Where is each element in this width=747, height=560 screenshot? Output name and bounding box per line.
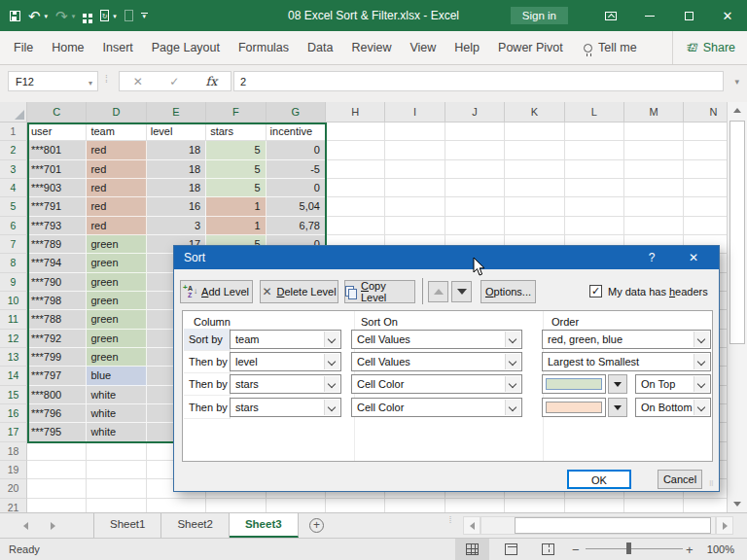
grid-cell[interactable]: white [87, 404, 146, 423]
page-break-view-button[interactable] [531, 539, 565, 560]
row-header-7[interactable]: 7 [0, 235, 27, 254]
zoom-slider-thumb[interactable] [626, 542, 631, 554]
tab-help[interactable]: Help [454, 41, 480, 54]
row-header-12[interactable]: 12 [0, 330, 27, 348]
row-header-18[interactable]: 18 [0, 442, 27, 461]
color-swatch-orange[interactable] [542, 398, 606, 417]
grid-cell[interactable]: ***796 [27, 404, 87, 423]
grid-cell[interactable]: red [87, 197, 146, 216]
grid-cell[interactable]: ***791 [27, 197, 87, 216]
add-level-button[interactable]: +AZ↓ Add Level [180, 280, 253, 303]
grid-cell[interactable]: ***793 [27, 217, 87, 235]
chevron-down-icon[interactable] [694, 376, 709, 392]
grid-cell[interactable]: ***789 [27, 235, 87, 254]
zoom-in-icon[interactable]: + [686, 542, 694, 557]
grid-cell[interactable]: green [87, 348, 146, 367]
grid-cell[interactable]: 1 [206, 197, 266, 216]
sheet-tab-sheet3[interactable]: Sheet3 [230, 513, 299, 538]
column-header-E[interactable]: E [147, 102, 206, 122]
color-swatch-dropdown-icon[interactable] [608, 374, 627, 394]
grid-cell[interactable]: ***800 [27, 386, 87, 404]
grid-cell[interactable]: green [87, 310, 146, 329]
undo-icon[interactable]: ↶ [28, 9, 41, 23]
name-box[interactable]: F12 ▾ [8, 71, 98, 91]
grid-cell[interactable]: incentive [267, 122, 326, 141]
sheet-tab-sheet2[interactable]: Sheet2 [161, 513, 229, 538]
grid-cell[interactable]: team [87, 122, 146, 141]
grid-cell[interactable]: ***798 [27, 292, 87, 310]
tab-insert[interactable]: Insert [103, 41, 133, 54]
name-box-dropdown-icon[interactable]: ▾ [89, 79, 92, 88]
close-button[interactable]: ✕ [708, 0, 747, 31]
row-header-20[interactable]: 20 [0, 479, 27, 498]
row-header-5[interactable]: 5 [0, 197, 27, 216]
minimize-button[interactable] [630, 0, 669, 31]
grid-cell[interactable]: 3 [147, 217, 206, 235]
tab-data[interactable]: Data [307, 41, 333, 54]
scroll-down-icon[interactable] [728, 496, 747, 512]
undo-dropdown-icon[interactable]: ▾ [45, 13, 49, 19]
column-header-N[interactable]: N [684, 102, 727, 122]
grid-cell[interactable]: red [87, 160, 146, 179]
grid-cell[interactable]: green [87, 254, 146, 272]
sort-dialog-titlebar[interactable]: Sort [174, 246, 719, 269]
sort-on-select-4[interactable]: Cell Color [351, 398, 522, 417]
chevron-down-icon[interactable] [505, 400, 520, 415]
row-header-8[interactable]: 8 [0, 254, 27, 272]
row-header-6[interactable]: 6 [0, 217, 27, 235]
grid-cell[interactable]: user [27, 122, 87, 141]
share-button[interactable]: 🖅 Share [672, 31, 735, 64]
row-header-13[interactable]: 13 [0, 348, 27, 367]
select-all-corner[interactable] [0, 102, 27, 122]
enter-entry-icon[interactable]: ✓ [169, 75, 179, 88]
column-header-D[interactable]: D [87, 102, 146, 122]
scroll-left-icon[interactable] [463, 516, 480, 535]
grid-cell[interactable]: ***788 [27, 310, 87, 329]
grid-cell[interactable]: 18 [147, 179, 206, 197]
zoom-out-icon[interactable]: − [572, 542, 580, 557]
chevron-down-icon[interactable] [324, 332, 339, 347]
save-icon[interactable] [10, 11, 20, 21]
tab-power-pivot[interactable]: Power Pivot [498, 41, 563, 54]
row-header-21[interactable]: 21 [0, 499, 27, 512]
grid-cell[interactable]: 5 [206, 179, 266, 197]
color-swatch-dropdown-icon[interactable] [608, 398, 627, 417]
column-header-K[interactable]: K [505, 102, 564, 122]
my-data-has-headers-checkbox[interactable] [589, 285, 602, 298]
grid-cell[interactable]: ***792 [27, 330, 87, 348]
grid-cell[interactable]: green [87, 292, 146, 310]
cancel-button[interactable]: Cancel [658, 470, 702, 489]
grid-cell[interactable]: 5 [206, 141, 266, 159]
ok-button[interactable]: OK [567, 470, 631, 489]
chevron-down-icon[interactable] [694, 332, 709, 347]
expand-formula-bar-icon[interactable]: ▾ [734, 77, 739, 87]
chevron-down-icon[interactable] [505, 354, 520, 369]
row-header-15[interactable]: 15 [0, 386, 27, 404]
row-header-9[interactable]: 9 [0, 273, 27, 292]
tab-file[interactable]: File [14, 41, 33, 54]
color-swatch-green[interactable] [542, 374, 606, 394]
grid-cell[interactable]: -5 [267, 160, 326, 179]
prev-sheet-icon[interactable] [23, 522, 28, 530]
grid-cell[interactable]: 6,78 [267, 217, 326, 235]
grid-cell[interactable]: ***701 [27, 160, 87, 179]
grid-cell[interactable]: red [87, 141, 146, 159]
row-header-2[interactable]: 2 [0, 141, 27, 159]
normal-view-button[interactable] [455, 539, 489, 560]
row-header-19[interactable]: 19 [0, 461, 27, 479]
row-header-17[interactable]: 17 [0, 423, 27, 441]
grid-cell[interactable]: red [87, 217, 146, 235]
grid-cell[interactable]: 5,04 [267, 197, 326, 216]
chevron-down-icon[interactable] [324, 376, 339, 392]
maximize-button[interactable] [669, 0, 708, 31]
order-select-1[interactable]: red, green, blue [542, 330, 711, 349]
grid-cell[interactable]: 0 [267, 141, 326, 159]
view-side-by-side-icon[interactable] [83, 14, 87, 18]
grid-cell[interactable]: 16 [147, 197, 206, 216]
row-header-4[interactable]: 4 [0, 179, 27, 197]
grid-cell[interactable]: 18 [147, 160, 206, 179]
column-header-I[interactable]: I [385, 102, 445, 122]
position-select-2[interactable]: On Bottom [635, 398, 711, 417]
position-select-1[interactable]: On Top [635, 374, 711, 394]
row-header-16[interactable]: 16 [0, 404, 27, 423]
